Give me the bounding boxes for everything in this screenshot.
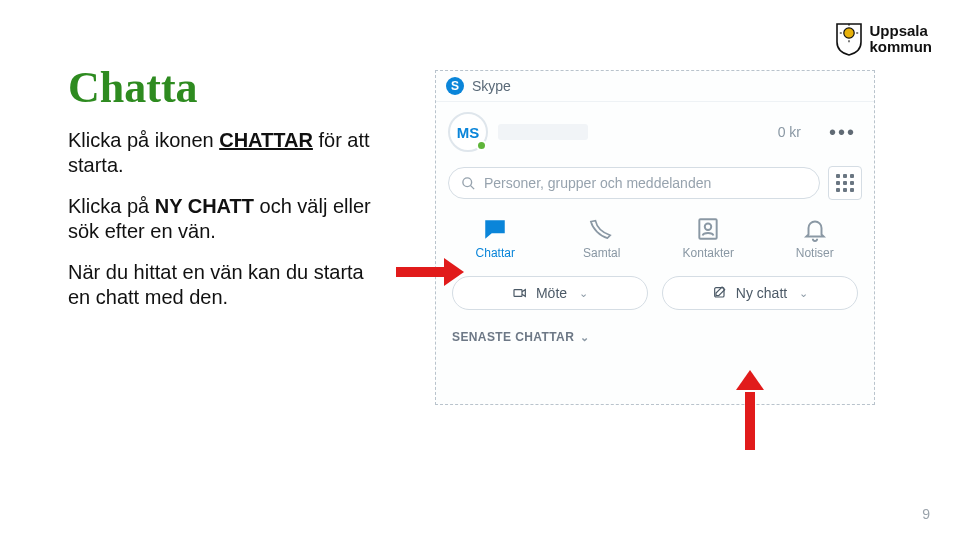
crest-icon — [835, 22, 863, 56]
text: Klicka på ikonen — [68, 129, 219, 151]
arrow-to-chats-tab — [396, 262, 466, 282]
tab-label: Notiser — [796, 246, 834, 260]
skype-app-name: Skype — [472, 78, 511, 94]
recent-chats-header[interactable]: SENASTE CHATTAR⌄ — [436, 322, 874, 352]
button-label: Möte — [536, 285, 567, 301]
profile-row: MS 0 kr ••• — [436, 102, 874, 162]
svg-point-8 — [705, 224, 712, 231]
search-input[interactable]: Personer, grupper och meddelanden — [448, 167, 820, 199]
chevron-down-icon: ⌄ — [799, 287, 808, 300]
tab-label: Chattar — [476, 246, 515, 260]
svg-point-0 — [844, 28, 854, 38]
skype-credit-balance[interactable]: 0 kr — [778, 124, 801, 140]
logo-line2: kommun — [869, 39, 932, 55]
skype-tabs: Chattar Samtal Kontakter Notiser — [436, 208, 874, 270]
uppsala-kommun-logo: Uppsala kommun — [835, 22, 932, 56]
presence-indicator-icon — [476, 140, 487, 151]
more-menu-button[interactable]: ••• — [823, 121, 862, 144]
avatar[interactable]: MS — [448, 112, 488, 152]
search-placeholder: Personer, grupper och meddelanden — [484, 175, 711, 191]
avatar-initials: MS — [457, 124, 480, 141]
svg-point-5 — [463, 177, 472, 186]
dialpad-button[interactable] — [828, 166, 862, 200]
bell-icon — [802, 216, 828, 242]
skype-logo-icon: S — [446, 77, 464, 95]
chat-icon — [482, 216, 508, 242]
compose-icon — [712, 285, 728, 301]
tab-contacts[interactable]: Kontakter — [668, 216, 748, 260]
section-label-text: SENASTE CHATTAR — [452, 330, 574, 344]
contacts-icon — [695, 216, 721, 242]
new-chat-button[interactable]: Ny chatt ⌄ — [662, 276, 858, 310]
page-number: 9 — [922, 506, 930, 522]
meeting-button[interactable]: Möte ⌄ — [452, 276, 648, 310]
tab-label: Samtal — [583, 246, 620, 260]
instruction-text: Klicka på ikonen CHATTAR för att starta.… — [68, 128, 388, 326]
tab-calls[interactable]: Samtal — [562, 216, 642, 260]
tab-notices[interactable]: Notiser — [775, 216, 855, 260]
skype-window: S Skype MS 0 kr ••• Personer, grupper oc… — [435, 70, 875, 405]
svg-rect-7 — [700, 219, 717, 239]
svg-rect-9 — [514, 290, 522, 297]
tab-label: Kontakter — [683, 246, 734, 260]
tab-chats[interactable]: Chattar — [455, 216, 535, 260]
search-icon — [461, 176, 476, 191]
chevron-down-icon: ⌄ — [580, 331, 589, 343]
text-emphasis: NY CHATT — [155, 195, 254, 217]
logo-line1: Uppsala — [869, 23, 932, 39]
skype-titlebar: S Skype — [436, 71, 874, 102]
slide-title: Chatta — [68, 62, 198, 113]
svg-line-6 — [470, 185, 474, 189]
chevron-down-icon: ⌄ — [579, 287, 588, 300]
text: Klicka på — [68, 195, 155, 217]
text: När du hittat en vän kan du starta en ch… — [68, 260, 388, 310]
profile-name-redacted — [498, 124, 588, 140]
video-icon — [512, 285, 528, 301]
text-emphasis: CHATTAR — [219, 129, 313, 151]
phone-icon — [589, 216, 615, 242]
button-label: Ny chatt — [736, 285, 787, 301]
arrow-to-new-chat — [740, 370, 760, 450]
